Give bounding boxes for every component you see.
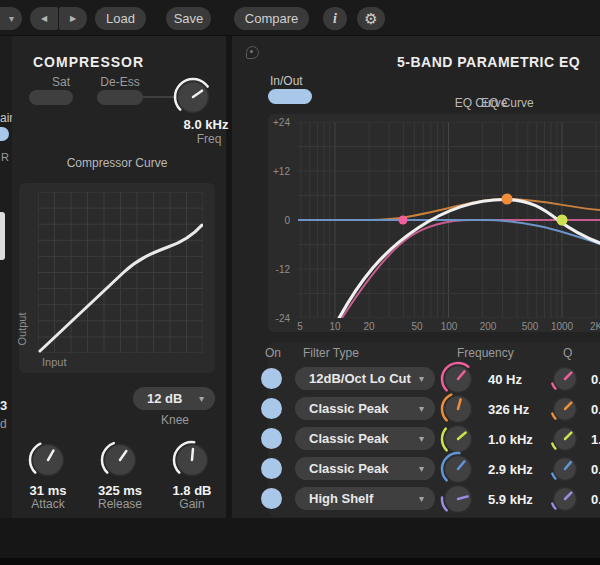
eq-curve-plot[interactable]: [298, 122, 600, 318]
band-frequency-value: 1.0 kHz: [488, 432, 533, 447]
chevron-down-icon: ▾: [419, 434, 424, 444]
plugin-window: ▾ ◀ ▶ Load Save Compare i ⚙ ain R 3 d CO…: [0, 0, 600, 565]
band-on-toggle[interactable]: [261, 368, 282, 389]
band-q-value: 0.: [591, 372, 600, 387]
band-frequency-value: 5.9 kHz: [488, 492, 533, 507]
band-q-knob[interactable]: [550, 484, 580, 514]
eq-ytick: +12: [240, 166, 290, 177]
band-filter-type: Classic Peak: [309, 431, 389, 446]
window-bottom-edge: [0, 558, 600, 565]
band-filter-type-dropdown[interactable]: Classic Peak ▾: [295, 427, 435, 450]
eq-xtick: 100: [441, 321, 458, 332]
panel-corner-icon[interactable]: [246, 46, 259, 59]
eq-band-row: Classic Peak ▾ 1.0 kHz 1.: [0, 424, 600, 454]
band-filter-type-dropdown[interactable]: High Shelf ▾: [295, 487, 435, 510]
column-header-filter-type: Filter Type: [303, 346, 359, 360]
band-filter-type: High Shelf: [309, 491, 373, 506]
band-filter-type: Classic Peak: [309, 461, 389, 476]
sat-toggle[interactable]: [29, 90, 73, 105]
chevron-down-icon: ▾: [419, 374, 424, 384]
eq-xtick: 20: [363, 321, 374, 332]
eq-band-row: Classic Peak ▾ 2.9 kHz 0.: [0, 454, 600, 484]
eq-title: 5-BAND PARAMETRIC EQ: [397, 54, 580, 70]
band-filter-type: 12dB/Oct Lo Cut: [309, 371, 411, 386]
cropped-meter-fragment: [0, 212, 5, 260]
eq-ytick: +24: [240, 117, 290, 128]
eq-xtick: 200: [480, 321, 497, 332]
band-filter-type-dropdown[interactable]: Classic Peak ▾: [295, 457, 435, 480]
eq-ytick: -24: [240, 313, 290, 324]
column-header-on: On: [265, 346, 281, 360]
sat-label: Sat: [38, 75, 84, 89]
eq-curve-title: EQ Curve: [455, 96, 508, 110]
deess-toggle[interactable]: [97, 90, 143, 105]
band-q-knob[interactable]: [550, 394, 580, 424]
band-frequency-knob[interactable]: [440, 481, 476, 517]
eq-band-row: Classic Peak ▾ 326 Hz 0.: [0, 394, 600, 424]
band-q-value: 0.: [591, 492, 600, 507]
eq-ytick: 0: [240, 215, 290, 226]
deess-knob-connector: [143, 96, 177, 98]
chevron-down-icon: ▾: [419, 404, 424, 414]
band-q-value: 0.: [591, 462, 600, 477]
deess-freq-label: Freq: [179, 132, 239, 146]
band-on-toggle[interactable]: [261, 428, 282, 449]
band-q-knob[interactable]: [550, 454, 580, 484]
eq-band-row: 12dB/Oct Lo Cut ▾ 40 Hz 0.: [0, 364, 600, 394]
eq-xtick: 1000: [551, 321, 573, 332]
eq-xtick: 2K: [590, 321, 600, 332]
band-q-value: 1.: [591, 432, 600, 447]
band-filter-type: Classic Peak: [309, 401, 389, 416]
info-button[interactable]: i: [323, 7, 347, 30]
eq-band3-handle[interactable]: [557, 215, 568, 226]
eq-xtick: 10: [329, 321, 340, 332]
chevron-down-icon: ▾: [9, 14, 14, 24]
eq-ytick: -12: [240, 264, 290, 275]
column-header-q: Q: [563, 346, 572, 360]
chevron-down-icon: ▾: [419, 494, 424, 504]
chevron-down-icon: ▾: [419, 464, 424, 474]
toolbar: ▾ ◀ ▶ Load Save Compare i ⚙: [0, 0, 600, 36]
band-frequency-value: 2.9 kHz: [488, 462, 533, 477]
band-on-toggle[interactable]: [261, 398, 282, 419]
settings-gear-button[interactable]: ⚙: [357, 7, 385, 30]
eq-band-row: High Shelf ▾ 5.9 kHz 0.: [0, 484, 600, 514]
band-filter-type-dropdown[interactable]: Classic Peak ▾: [295, 397, 435, 420]
compressor-title: COMPRESSOR: [33, 54, 144, 70]
band-frequency-value: 40 Hz: [488, 372, 522, 387]
deess-freq-value: 8.0 kHz: [176, 117, 236, 132]
cropped-toggle-fragment[interactable]: [0, 127, 9, 141]
band-filter-type-dropdown[interactable]: 12dB/Oct Lo Cut ▾: [295, 367, 435, 390]
compare-button[interactable]: Compare: [234, 7, 309, 30]
deess-freq-knob[interactable]: [173, 77, 213, 117]
forward-arrow-icon: ▶: [70, 14, 76, 23]
preset-back-button[interactable]: ◀: [30, 7, 58, 30]
eq-xtick: 500: [522, 321, 539, 332]
band-q-knob[interactable]: [550, 364, 580, 394]
inout-label: In/Out: [270, 74, 303, 88]
inout-toggle[interactable]: [268, 89, 312, 104]
eq-band1-handle[interactable]: [399, 216, 408, 225]
save-button[interactable]: Save: [166, 7, 211, 30]
compressor-ylabel: Output: [16, 312, 28, 345]
deess-label: De-Ess: [97, 75, 143, 89]
band-on-toggle[interactable]: [261, 488, 282, 509]
eq-xtick: 5: [297, 321, 303, 332]
column-header-frequency: Frequency: [457, 346, 514, 360]
preset-forward-button[interactable]: ▶: [59, 7, 87, 30]
compressor-curve-display: Output Input: [19, 183, 215, 373]
back-arrow-icon: ◀: [41, 14, 47, 23]
band-frequency-value: 326 Hz: [488, 402, 529, 417]
band-q-value: 0.: [591, 402, 600, 417]
compressor-curve-plot: [38, 192, 203, 353]
load-button[interactable]: Load: [95, 7, 146, 30]
eq-xtick: 50: [411, 321, 422, 332]
eq-band2-handle[interactable]: [502, 194, 513, 205]
compressor-curve-title: Compressor Curve: [67, 156, 168, 170]
cropped-r-label: R: [1, 151, 9, 163]
preset-dropdown-button[interactable]: ▾: [0, 7, 22, 30]
band-q-knob[interactable]: [550, 424, 580, 454]
band-on-toggle[interactable]: [261, 458, 282, 479]
